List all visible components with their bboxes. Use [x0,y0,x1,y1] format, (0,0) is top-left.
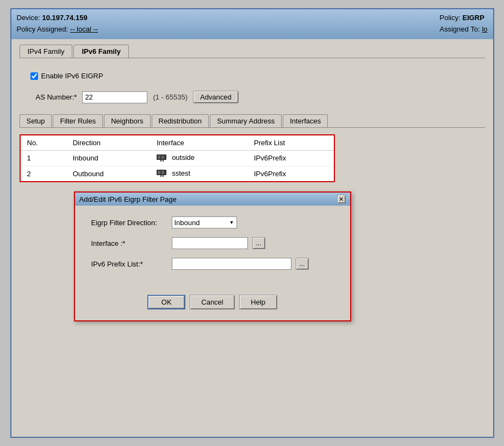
table-row[interactable]: 2 Outbound sste [21,166,334,181]
svg-rect-2 [161,156,164,159]
svg-rect-7 [161,171,164,174]
row2-interface: sstest [150,166,247,181]
dialog-close-button[interactable]: ✕ [337,195,346,203]
interface-row: Interface :* ... [91,237,334,249]
as-number-input[interactable] [82,91,147,103]
row2-direction: Outbound [66,166,150,181]
ok-button[interactable]: OK [147,295,185,309]
policy-assigned-label: Policy Assigned: [17,25,69,33]
assigned-to-label: Assigned To: [440,25,480,33]
direction-select[interactable]: Inbound Outbound [172,216,237,228]
prefix-list-row: IPv6 Prefix List:* ... [91,258,334,270]
row2-no: 2 [21,166,66,181]
prefix-list-input[interactable] [172,258,291,270]
help-button[interactable]: Help [239,295,277,309]
as-number-row: AS Number:* (1 - 65535) Advanced [36,91,485,103]
svg-rect-4 [163,160,164,162]
dialog-body: Eigrp Filter Direction: Inbound Outbound… [75,206,350,289]
top-tab-divider [20,58,485,58]
tab-neighbors[interactable]: Neighbors [104,114,150,127]
device-label: Device: [17,14,40,22]
row2-prefix-list: IPv6Prefix [247,166,334,181]
dialog-title: Add/Edit IPv6 Eigrp Filter Page [79,195,177,203]
prefix-list-browse-button[interactable]: ... [296,258,309,270]
sub-tabs: Setup Filter Rules Neighbors Redistribut… [20,114,485,127]
policy-name: EIGRP [462,14,484,22]
col-direction: Direction [66,135,150,151]
direction-select-wrapper: Inbound Outbound [172,216,237,228]
nic-icon [157,154,167,162]
tab-summary-address[interactable]: Summary Address [210,114,282,127]
svg-rect-6 [158,171,160,174]
row1-no: 1 [21,151,66,166]
row1-prefix-list: IPv6Prefix [247,151,334,166]
title-bar: Device: 10.197.74.159 Policy Assigned: -… [11,9,493,39]
tab-ipv4-family[interactable]: IPv4 Family [20,45,73,58]
policy-local-link[interactable]: -- local -- [70,25,98,33]
tab-setup[interactable]: Setup [20,114,52,127]
tab-interfaces[interactable]: Interfaces [283,114,328,127]
filter-table: No. Direction Interface Prefix List 1 In… [21,135,334,181]
enable-ipv6-eigrp-label: Enable IPv6 EIGRP [41,72,103,80]
direction-label: Eigrp Filter Direction: [91,219,167,227]
svg-rect-3 [160,160,161,162]
direction-row: Eigrp Filter Direction: Inbound Outbound [91,216,334,228]
prefix-list-label: IPv6 Prefix List:* [91,260,167,268]
policy-label: Policy: [440,14,461,22]
interface-label: Interface :* [91,239,167,247]
enable-ipv6-eigrp-checkbox[interactable] [30,72,38,80]
interface-input[interactable] [172,237,248,249]
row1-interface: outside [150,151,247,166]
device-value: 10.197.74.159 [42,14,87,22]
nic-icon [157,169,167,177]
col-no: No. [21,135,66,151]
row1-direction: Inbound [66,151,150,166]
tab-redistribution[interactable]: Redistribution [152,114,209,127]
dialog-footer: OK Cancel Help [75,289,350,320]
tab-ipv6-family[interactable]: IPv6 Family [73,45,129,58]
advanced-button[interactable]: Advanced [193,91,239,103]
table-row[interactable]: 1 Inbound outsi [21,151,334,166]
add-edit-dialog: Add/Edit IPv6 Eigrp Filter Page ✕ Eigrp … [74,191,351,321]
svg-rect-8 [160,175,161,177]
enable-row: Enable IPv6 EIGRP [30,72,485,80]
content-area: IPv4 Family IPv6 Family Enable IPv6 EIGR… [11,39,493,437]
dialog-overlay: Add/Edit IPv6 Eigrp Filter Page ✕ Eigrp … [20,191,485,321]
col-prefix-list: Prefix List [247,135,334,151]
col-interface: Interface [150,135,247,151]
assigned-to-value[interactable]: lo [482,25,487,33]
sub-tab-divider [20,127,485,128]
as-range-text: (1 - 65535) [153,93,188,101]
filter-table-container: No. Direction Interface Prefix List 1 In… [20,134,335,182]
tab-filter-rules[interactable]: Filter Rules [53,114,103,127]
dialog-title-bar: Add/Edit IPv6 Eigrp Filter Page ✕ [75,193,350,206]
svg-rect-1 [158,156,160,159]
top-tabs: IPv4 Family IPv6 Family [20,45,485,58]
title-bar-left: Device: 10.197.74.159 Policy Assigned: -… [17,13,98,35]
title-bar-right: Policy: EIGRP Assigned To: lo [440,13,488,35]
main-window: Device: 10.197.74.159 Policy Assigned: -… [10,8,494,438]
interface-browse-button[interactable]: ... [252,237,265,249]
svg-rect-9 [163,175,164,177]
cancel-button[interactable]: Cancel [190,295,234,309]
as-number-label: AS Number:* [36,93,77,101]
